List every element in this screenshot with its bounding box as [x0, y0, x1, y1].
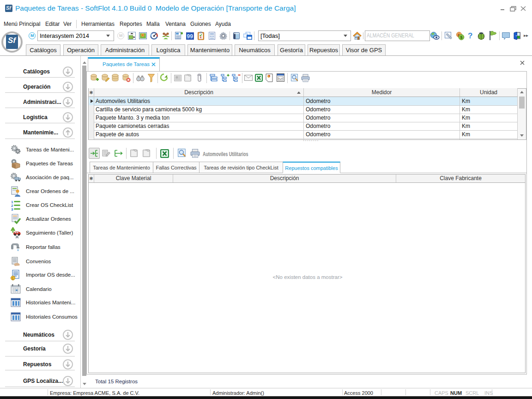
svg-text:$: $	[460, 35, 463, 40]
svg-text:1: 1	[12, 277, 14, 280]
svg-text:99: 99	[187, 33, 193, 40]
svg-text:TxT: TxT	[278, 78, 283, 80]
svg-text:3: 3	[11, 207, 13, 211]
